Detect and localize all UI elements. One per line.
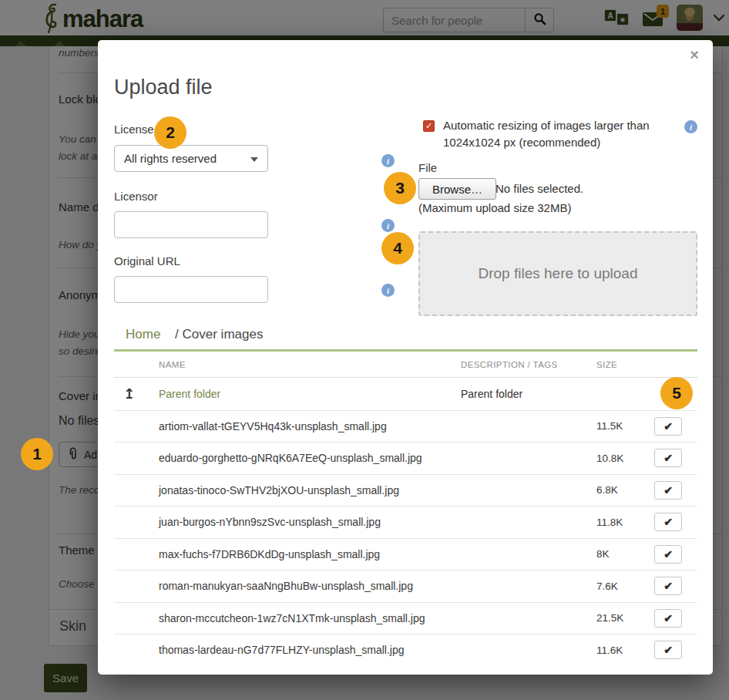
file-name: thomas-lardeau-nG7d77FLHZY-unsplash_smal… (159, 644, 461, 656)
original-url-info-icon[interactable]: i (381, 284, 395, 297)
file-size: 6.8K (596, 484, 654, 496)
annotation-badge-5: 5 (660, 377, 693, 409)
modal-title: Upload file (114, 76, 213, 99)
file-row: thomas-lardeau-nG7d77FLHZY-unsplash_smal… (114, 634, 697, 666)
file-size: 11.5K (596, 420, 654, 432)
file-size: 7.6K (596, 581, 654, 592)
breadcrumb-home-link[interactable]: Home (126, 327, 160, 342)
license-select[interactable]: All rights reserved (114, 145, 268, 172)
file-row: eduardo-gorghetto-gNRqK6A7EeQ-unsplash_s… (114, 442, 697, 474)
resize-checkbox[interactable]: ✓ (423, 120, 435, 132)
breadcrumb-current: / Cover images (175, 327, 263, 342)
license-label: License (114, 123, 154, 136)
file-name: roman-manukyan-saaNngBhuBw-unsplash_smal… (159, 580, 461, 592)
select-file-button[interactable]: ✔ (654, 545, 682, 564)
parent-folder-link[interactable]: Parent folder (159, 388, 220, 400)
resize-info-icon[interactable]: i (684, 120, 697, 133)
upload-file-modal: × Upload file License All rights reserve… (98, 40, 713, 675)
file-name: juan-burgos-nYbnn9szSvc-unsplash_small.j… (159, 516, 461, 528)
chevron-down-icon (250, 157, 258, 162)
licensor-label: Licensor (114, 190, 158, 203)
browse-button[interactable]: Browse… (418, 178, 496, 200)
annotation-badge-2: 2 (154, 116, 186, 149)
size-column-header: SIZE (596, 360, 654, 369)
folder-breadcrumb: Home / Cover images (114, 327, 697, 352)
no-files-selected-text: No files selected. (496, 182, 583, 195)
file-row: max-fuchs-f7DRB6DKdDg-unsplash_small.jpg… (114, 538, 697, 570)
file-name: artiom-vallat-tGEYV5Hq43k-unsplash_small… (159, 420, 461, 432)
file-size: 11.8K (596, 517, 654, 528)
file-name: sharon-mccutcheon-1wz7cN1XTmk-unsplash_s… (159, 612, 461, 624)
file-name: jonatas-tinoco-SwTHV2bjXOU-unsplash_smal… (159, 484, 461, 496)
name-column-header: NAME (159, 360, 461, 369)
description-column-header: DESCRIPTION / TAGS (461, 360, 596, 369)
resize-option: ✓ Automatic resizing of images larger th… (423, 117, 670, 151)
licensor-input[interactable] (114, 211, 268, 238)
original-url-label: Original URL (114, 254, 180, 268)
file-size: 10.8K (596, 453, 654, 464)
annotation-badge-4: 4 (381, 232, 414, 264)
close-icon[interactable]: × (690, 46, 699, 64)
file-size: 21.5K (596, 612, 654, 624)
file-table-header: NAME DESCRIPTION / TAGS SIZE (114, 352, 697, 378)
file-row: sharon-mccutcheon-1wz7cN1XTmk-unsplash_s… (114, 602, 697, 634)
file-size: 11.6K (596, 644, 654, 656)
select-file-button[interactable]: ✔ (654, 481, 682, 500)
file-name: eduardo-gorghetto-gNRqK6A7EeQ-unsplash_s… (159, 452, 461, 464)
select-file-button[interactable]: ✔ (654, 449, 682, 467)
select-file-button[interactable]: ✔ (654, 641, 682, 659)
max-upload-size-text: (Maximum upload size 32MB) (418, 201, 571, 214)
license-info-icon[interactable]: i (381, 154, 395, 167)
file-label: File (418, 161, 437, 174)
parent-folder-description: Parent folder (461, 388, 596, 400)
file-name: max-fuchs-f7DRB6DKdDg-unsplash_small.jpg (159, 548, 461, 560)
license-selected-value: All rights reserved (124, 152, 217, 165)
file-size: 8K (596, 548, 654, 560)
select-file-button[interactable]: ✔ (654, 513, 682, 531)
file-table: NAME DESCRIPTION / TAGS SIZE ↥ Parent fo… (114, 352, 697, 666)
select-file-button[interactable]: ✔ (654, 609, 682, 628)
file-row: juan-burgos-nYbnn9szSvc-unsplash_small.j… (114, 506, 697, 538)
file-row: artiom-vallat-tGEYV5Hq43k-unsplash_small… (114, 410, 697, 443)
annotation-badge-3: 3 (384, 172, 416, 204)
parent-folder-row: ↥ Parent folder Parent folder (114, 378, 697, 410)
licensor-info-icon[interactable]: i (381, 219, 395, 232)
file-dropzone[interactable]: Drop files here to upload (418, 231, 697, 316)
file-row: roman-manukyan-saaNngBhuBw-unsplash_smal… (114, 570, 697, 602)
annotation-badge-1: 1 (21, 438, 53, 470)
select-file-button[interactable]: ✔ (654, 417, 682, 436)
select-file-button[interactable]: ✔ (654, 577, 682, 595)
level-up-icon: ↥ (123, 385, 135, 402)
resize-label: Automatic resizing of images larger than… (443, 117, 667, 151)
dropzone-text: Drop files here to upload (478, 265, 637, 282)
file-rows: artiom-vallat-tGEYV5Hq43k-unsplash_small… (114, 410, 697, 666)
original-url-input[interactable] (114, 276, 268, 303)
file-row: jonatas-tinoco-SwTHV2bjXOU-unsplash_smal… (114, 474, 697, 506)
